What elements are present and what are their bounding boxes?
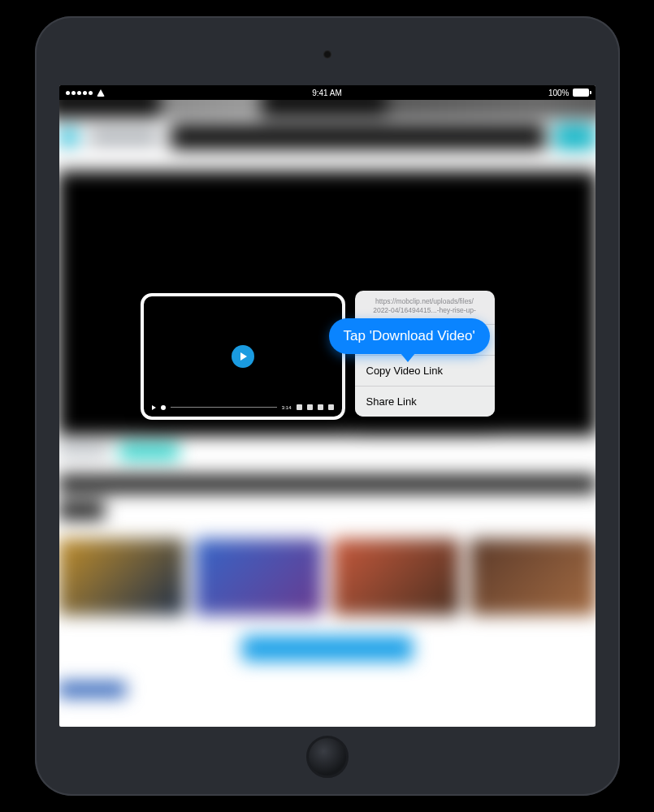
video-preview[interactable]: 3:14	[141, 293, 345, 420]
instruction-bubble: Tap 'Download Video'	[329, 318, 490, 354]
battery-percent: 100%	[548, 89, 570, 97]
camera-dot	[323, 50, 331, 58]
video-time: 3:14	[282, 405, 292, 410]
screen: 9:41 AM 100%	[59, 85, 596, 727]
mute-icon[interactable]	[297, 404, 302, 410]
status-time: 9:41 AM	[312, 89, 342, 97]
menu-item-share-link[interactable]: Share Link	[355, 387, 495, 417]
fullscreen-icon[interactable]	[328, 404, 334, 410]
pip-icon[interactable]	[307, 404, 313, 410]
home-button[interactable]	[306, 736, 349, 778]
progress-track[interactable]	[171, 407, 277, 408]
wifi-icon	[97, 89, 105, 97]
share-icon[interactable]	[318, 404, 323, 410]
progress-thumb[interactable]	[161, 405, 166, 410]
video-controls: 3:14	[152, 404, 334, 410]
ipad-frame: 9:41 AM 100%	[35, 16, 620, 796]
status-left	[66, 89, 105, 97]
signal-icon	[66, 91, 93, 95]
instruction-overlay: 3:14 https://mobclip.net/uploads/files/ …	[59, 100, 596, 727]
status-right: 100%	[548, 89, 589, 97]
play-icon[interactable]	[232, 345, 254, 368]
battery-icon	[573, 89, 589, 97]
play-small-icon[interactable]	[152, 405, 156, 410]
status-bar: 9:41 AM 100%	[59, 85, 596, 100]
menu-item-copy-video-link[interactable]: Copy Video Link	[355, 356, 495, 387]
